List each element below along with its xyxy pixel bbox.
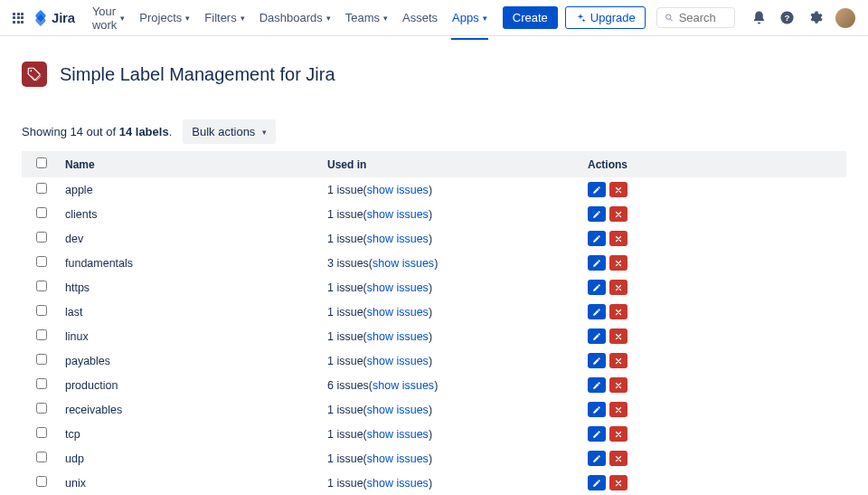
nav-item-label: Filters xyxy=(204,11,236,24)
avatar[interactable] xyxy=(835,8,855,28)
label-name: fundamentals xyxy=(58,251,320,275)
edit-button[interactable] xyxy=(588,206,606,222)
show-issues-link[interactable]: show issues xyxy=(367,306,429,319)
select-all-checkbox[interactable] xyxy=(36,157,47,168)
svg-text:?: ? xyxy=(785,14,790,23)
edit-button[interactable] xyxy=(588,377,606,393)
edit-button[interactable] xyxy=(588,280,606,295)
delete-button[interactable] xyxy=(609,426,627,442)
used-in: 1 issue(show issues) xyxy=(320,397,580,422)
edit-button[interactable] xyxy=(588,402,606,417)
row-checkbox[interactable] xyxy=(36,329,47,340)
delete-button[interactable] xyxy=(609,255,627,271)
table-row: https1 issue(show issues) xyxy=(22,275,846,300)
app-switcher-icon[interactable] xyxy=(13,13,24,24)
delete-button[interactable] xyxy=(609,353,627,368)
label-name: udp xyxy=(58,446,320,471)
search-box[interactable] xyxy=(656,7,735,28)
edit-button[interactable] xyxy=(588,451,606,466)
delete-button[interactable] xyxy=(609,475,627,490)
help-icon[interactable]: ? xyxy=(779,10,795,25)
used-in: 1 issue(show issues) xyxy=(320,422,580,446)
label-name: tcp xyxy=(58,422,320,446)
edit-button[interactable] xyxy=(588,231,606,246)
edit-button[interactable] xyxy=(588,255,606,271)
table-row: payables1 issue(show issues) xyxy=(22,348,846,373)
actions-cell xyxy=(580,177,846,202)
delete-button[interactable] xyxy=(609,280,627,295)
nav-item-filters[interactable]: Filters▾ xyxy=(198,5,250,30)
delete-button[interactable] xyxy=(609,206,627,222)
top-nav: Jira Your work▾Projects▾Filters▾Dashboar… xyxy=(0,0,868,36)
delete-button[interactable] xyxy=(609,377,627,393)
delete-button[interactable] xyxy=(609,402,627,417)
used-in: 3 issues(show issues) xyxy=(320,251,580,275)
row-checkbox[interactable] xyxy=(36,305,47,316)
edit-button[interactable] xyxy=(588,353,606,368)
show-issues-link[interactable]: show issues xyxy=(367,281,429,294)
nav-item-assets[interactable]: Assets xyxy=(396,5,444,30)
row-checkbox[interactable] xyxy=(36,378,47,389)
actions-cell xyxy=(580,275,846,300)
row-checkbox[interactable] xyxy=(36,256,47,267)
row-checkbox[interactable] xyxy=(36,354,47,365)
show-issues-link[interactable]: show issues xyxy=(367,233,429,245)
edit-button[interactable] xyxy=(588,182,606,197)
row-checkbox[interactable] xyxy=(36,232,47,243)
label-name: production xyxy=(58,373,320,397)
edit-button[interactable] xyxy=(588,426,606,442)
show-issues-link[interactable]: show issues xyxy=(373,379,434,392)
nav-item-your-work[interactable]: Your work▾ xyxy=(86,0,131,37)
nav-item-apps[interactable]: Apps▾ xyxy=(446,5,494,30)
table-row: last1 issue(show issues) xyxy=(22,300,846,324)
actions-cell xyxy=(580,446,846,471)
create-button[interactable]: Create xyxy=(503,6,558,29)
show-issues-link[interactable]: show issues xyxy=(367,404,429,416)
jira-logo[interactable]: Jira xyxy=(33,10,75,26)
delete-button[interactable] xyxy=(609,451,627,466)
svg-point-4 xyxy=(30,70,32,71)
row-checkbox[interactable] xyxy=(36,452,47,462)
table-row: clients1 issue(show issues) xyxy=(22,202,846,226)
col-used: Used in xyxy=(320,151,580,177)
show-issues-link[interactable]: show issues xyxy=(367,208,429,221)
bulk-actions-button[interactable]: Bulk actions ▾ xyxy=(183,119,276,144)
show-issues-link[interactable]: show issues xyxy=(367,184,429,196)
show-issues-link[interactable]: show issues xyxy=(367,452,429,465)
row-checkbox[interactable] xyxy=(36,207,47,218)
actions-cell xyxy=(580,397,846,422)
nav-item-label: Your work xyxy=(92,5,117,32)
chevron-down-icon: ▾ xyxy=(185,14,190,23)
delete-button[interactable] xyxy=(609,328,627,344)
show-issues-link[interactable]: show issues xyxy=(367,330,429,343)
show-issues-link[interactable]: show issues xyxy=(373,257,434,270)
labels-table: Name Used in Actions apple1 issue(show i… xyxy=(22,151,846,495)
delete-button[interactable] xyxy=(609,182,627,197)
table-row: fundamentals3 issues(show issues) xyxy=(22,251,846,275)
edit-button[interactable] xyxy=(588,304,606,319)
upgrade-button[interactable]: Upgrade xyxy=(565,6,646,29)
used-in: 1 issue(show issues) xyxy=(320,348,580,373)
label-name: linux xyxy=(58,324,320,348)
jira-mark-icon xyxy=(33,10,49,26)
row-checkbox[interactable] xyxy=(36,281,47,291)
delete-button[interactable] xyxy=(609,231,627,246)
nav-item-teams[interactable]: Teams▾ xyxy=(339,5,394,30)
row-checkbox[interactable] xyxy=(36,427,47,438)
search-input[interactable] xyxy=(679,11,727,24)
nav-item-projects[interactable]: Projects▾ xyxy=(133,5,196,30)
edit-button[interactable] xyxy=(588,328,606,344)
show-issues-link[interactable]: show issues xyxy=(367,477,429,490)
notifications-icon[interactable] xyxy=(751,10,767,25)
settings-icon[interactable] xyxy=(807,10,823,25)
delete-button[interactable] xyxy=(609,304,627,319)
chevron-down-icon: ▾ xyxy=(326,14,331,23)
show-issues-link[interactable]: show issues xyxy=(367,355,429,367)
edit-button[interactable] xyxy=(588,475,606,490)
row-checkbox[interactable] xyxy=(36,403,47,414)
show-issues-link[interactable]: show issues xyxy=(367,428,429,441)
row-checkbox[interactable] xyxy=(36,476,47,487)
row-checkbox[interactable] xyxy=(36,183,47,194)
nav-item-dashboards[interactable]: Dashboards▾ xyxy=(253,5,337,30)
label-name: apple xyxy=(58,177,320,202)
